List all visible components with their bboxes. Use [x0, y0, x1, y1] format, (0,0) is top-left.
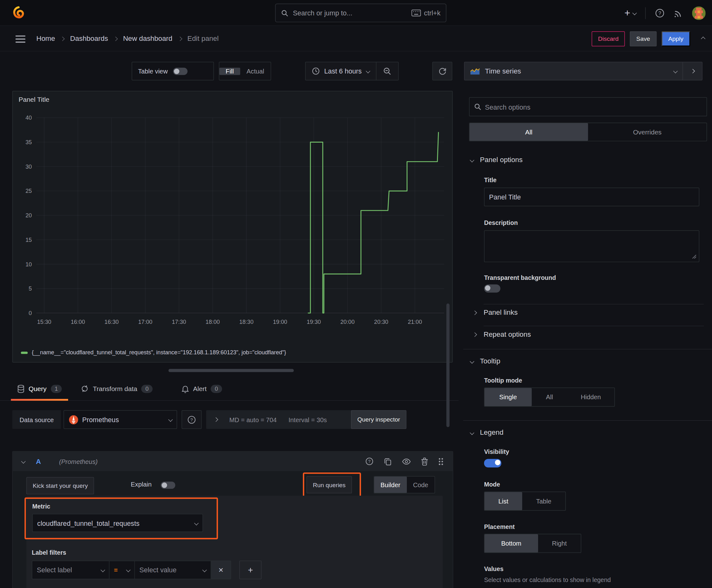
news-icon[interactable] [674, 8, 683, 18]
user-avatar[interactable] [692, 6, 706, 20]
tooltip-all-option[interactable]: All [532, 388, 567, 406]
grafana-logo-icon[interactable] [12, 6, 25, 21]
transparent-bg-label: Transparent background [484, 275, 556, 281]
legend-header[interactable]: Legend [470, 428, 503, 437]
query-toolbar: Kick start your query Explain Run querie… [26, 476, 442, 496]
drag-handle-icon[interactable] [438, 457, 444, 465]
run-queries-button[interactable]: Run queries [306, 476, 352, 493]
datasource-picker[interactable]: Prometheus [63, 410, 177, 429]
description-field-label: Description [484, 219, 518, 227]
label-filters-label: Label filters [32, 549, 66, 556]
viz-name: Time series [485, 67, 521, 75]
query-row-header[interactable]: A (Prometheus) ? [13, 452, 453, 471]
transparent-bg-toggle[interactable] [484, 284, 500, 292]
panel-title-input[interactable]: Panel Title [484, 188, 699, 206]
content-area: Table view Fill Actual Last 6 hours [0, 51, 712, 588]
chevron-right-icon [473, 332, 477, 336]
code-option[interactable]: Code [407, 477, 434, 493]
placement-right-option[interactable]: Right [538, 534, 581, 552]
datasource-label: Data source [12, 410, 61, 429]
add-filter-button[interactable]: + [239, 561, 261, 579]
tab-all[interactable]: All [470, 123, 588, 141]
tab-transform-label: Transform data [93, 385, 137, 392]
fill-actual-switch: Fill Actual [219, 62, 271, 80]
query-help-icon[interactable]: ? [365, 457, 373, 465]
prometheus-icon [68, 415, 79, 425]
svg-text:17:00: 17:00 [138, 319, 152, 325]
mode-table-option[interactable]: Table [522, 492, 565, 510]
discard-button[interactable]: Discard [592, 31, 625, 46]
breadcrumb-sep-icon [60, 37, 65, 41]
kick-start-button[interactable]: Kick start your query [26, 477, 94, 495]
select-label-dropdown[interactable]: Select label [32, 561, 109, 579]
duplicate-query-icon[interactable] [384, 457, 392, 465]
tab-query-label: Query [28, 385, 46, 392]
placement-label: Placement [484, 523, 515, 530]
section-separator [463, 349, 712, 349]
menu-icon[interactable] [15, 36, 25, 43]
collapse-query-icon[interactable] [21, 459, 25, 464]
tooltip-title: Tooltip [480, 357, 500, 365]
options-search-input[interactable]: Search options [469, 97, 707, 117]
svg-text:?: ? [368, 459, 371, 464]
breadcrumb-new-dashboard[interactable]: New dashboard [123, 35, 172, 43]
help-icon[interactable]: ? [655, 8, 665, 18]
panel-title[interactable]: Panel Title [19, 96, 49, 103]
fill-option[interactable]: Fill [219, 67, 240, 75]
zoom-out-button[interactable] [376, 62, 398, 80]
select-label-placeholder: Select label [37, 566, 72, 574]
collapse-toolbar-icon[interactable] [701, 37, 706, 41]
placement-bottom-option[interactable]: Bottom [484, 534, 538, 552]
tab-query[interactable]: Query 1 [11, 377, 68, 400]
remove-filter-button[interactable]: ✕ [211, 561, 231, 579]
visibility-label: Visibility [484, 448, 509, 456]
tab-overrides[interactable]: Overrides [588, 123, 707, 141]
chevron-right-icon [473, 310, 477, 315]
table-view-control: Table view [132, 62, 214, 80]
query-inspector-button[interactable]: Query inspector [351, 410, 407, 429]
query-count-badge: 1 [50, 384, 62, 393]
save-button[interactable]: Save [630, 31, 656, 46]
viz-suggestions-button[interactable] [683, 62, 702, 80]
remove-query-icon[interactable] [421, 457, 428, 465]
table-view-label: Table view [138, 67, 168, 75]
panel-resize-handle[interactable] [169, 369, 294, 372]
builder-option[interactable]: Builder [374, 477, 407, 493]
chevron-right-icon [690, 69, 695, 73]
section-separator [463, 420, 712, 421]
tooltip-single-option[interactable]: Single [484, 388, 532, 406]
legend-visibility-toggle[interactable] [484, 459, 501, 467]
repeat-options-header[interactable]: Repeat options [473, 331, 531, 339]
breadcrumb-dashboards[interactable]: Dashboards [70, 35, 108, 43]
global-search[interactable]: Search or jump to... ctrl+k [275, 4, 447, 22]
actual-option[interactable]: Actual [240, 67, 271, 75]
tab-alert[interactable]: Alert 0 [175, 377, 229, 400]
chart-legend[interactable]: {__name__="cloudflared_tunnel_total_requ… [21, 349, 286, 356]
explain-toggle[interactable] [161, 482, 175, 489]
tooltip-hidden-option[interactable]: Hidden [567, 388, 614, 406]
refresh-button[interactable] [432, 62, 452, 80]
table-view-toggle[interactable] [173, 67, 188, 75]
repeat-options-title: Repeat options [483, 331, 531, 339]
search-shortcut: ctrl+k [424, 9, 440, 17]
query-ds-hint: (Prometheus) [59, 458, 98, 465]
datasource-help-button[interactable]: ? [182, 410, 202, 429]
main-scrollbar-thumb[interactable] [447, 303, 450, 427]
select-value-dropdown[interactable]: Select value [135, 561, 211, 579]
description-textarea[interactable] [484, 230, 699, 262]
hide-response-icon[interactable] [402, 458, 411, 465]
panel-links-header[interactable]: Panel links [473, 309, 518, 317]
apply-button[interactable]: Apply [662, 31, 690, 46]
metric-select[interactable]: cloudflared_tunnel_total_requests [33, 514, 203, 532]
chevron-right-icon[interactable] [214, 417, 218, 422]
panel-options-header[interactable]: Panel options [470, 156, 522, 164]
tab-transform[interactable]: Transform data 0 [75, 377, 159, 400]
time-range-button[interactable]: Last 6 hours [305, 67, 376, 75]
viz-select[interactable]: Time series [465, 67, 683, 75]
new-menu-button[interactable]: + [624, 8, 636, 18]
operator-dropdown[interactable]: = [110, 561, 135, 579]
tooltip-header[interactable]: Tooltip [470, 357, 500, 365]
mode-list-option[interactable]: List [484, 492, 522, 510]
breadcrumb-home[interactable]: Home [37, 35, 55, 43]
panel-edit-main: Table view Fill Actual Last 6 hours [0, 51, 459, 588]
